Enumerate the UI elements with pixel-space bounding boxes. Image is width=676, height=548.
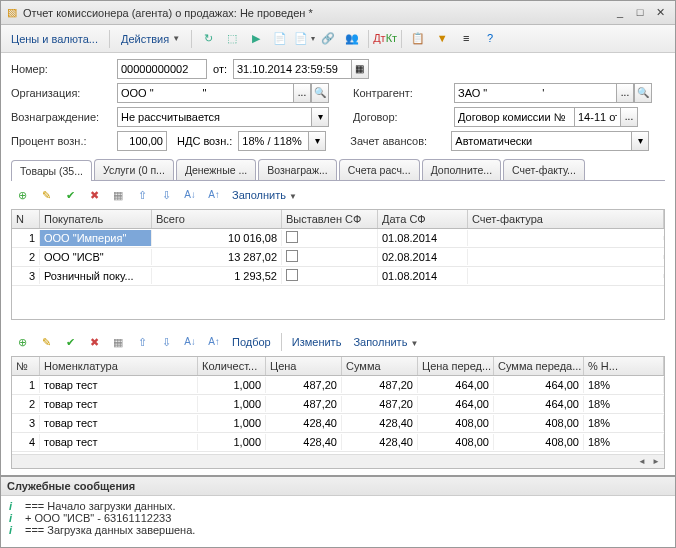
checkbox[interactable] — [286, 269, 298, 281]
org-lookup-button[interactable]: ... — [293, 83, 311, 103]
fill-menu[interactable]: Заполнить▼ — [348, 336, 423, 348]
org-input[interactable] — [117, 83, 293, 103]
save-button[interactable]: ⬚ — [221, 28, 243, 50]
table-row[interactable]: 3 Розничный поку... 1 293,52 01.08.2014 — [12, 267, 664, 286]
delete-button[interactable]: ✖ — [83, 184, 105, 206]
add-button[interactable]: ⊕ — [11, 331, 33, 353]
help-button[interactable]: ? — [479, 28, 501, 50]
tab-invoice[interactable]: Счет-факту... — [503, 159, 585, 180]
move-down-button[interactable]: ⇩ — [155, 331, 177, 353]
chevron-down-icon[interactable]: ▾ — [308, 131, 326, 151]
grid-button[interactable]: ▦ — [107, 331, 129, 353]
col-invdate[interactable]: Дата СФ — [378, 210, 468, 228]
edit-button[interactable]: ✔ — [59, 331, 81, 353]
col-buyer[interactable]: Покупатель — [40, 210, 152, 228]
cp-lookup-button[interactable]: ... — [616, 83, 634, 103]
change-link[interactable]: Изменить — [287, 336, 347, 348]
col-n[interactable]: N — [12, 210, 40, 228]
org-search-button[interactable]: 🔍 — [311, 83, 329, 103]
copy-button[interactable]: ✎ — [35, 331, 57, 353]
scroll-area[interactable]: ◄ ► — [12, 454, 664, 468]
separator — [191, 30, 192, 48]
tab-reward[interactable]: Вознаграж... — [258, 159, 336, 180]
checkbox[interactable] — [286, 231, 298, 243]
tab-accounts[interactable]: Счета расч... — [339, 159, 420, 180]
report-button[interactable]: 📋 — [407, 28, 429, 50]
table-row[interactable]: 2 ООО "ИСВ" 13 287,02 02.08.2014 — [12, 248, 664, 267]
tab-services[interactable]: Услуги (0 п... — [94, 159, 174, 180]
add-button[interactable]: ⊕ — [11, 184, 33, 206]
advance-select[interactable] — [451, 131, 631, 151]
minimize-button[interactable]: _ — [611, 5, 629, 21]
dtkt-button[interactable]: ДтКт — [374, 28, 396, 50]
refresh-button[interactable]: ↻ — [197, 28, 219, 50]
col-nom[interactable]: Номенклатура — [40, 357, 198, 375]
cell-sum: 487,20 — [342, 396, 418, 412]
checkbox[interactable] — [286, 250, 298, 262]
sort-asc-button[interactable]: A↓ — [179, 331, 201, 353]
col-tsum[interactable]: Сумма переда... — [494, 357, 584, 375]
move-down-button[interactable]: ⇩ — [155, 184, 177, 206]
cell-invoiced[interactable] — [282, 248, 378, 266]
chevron-down-icon[interactable]: ▾ — [631, 131, 649, 151]
prices-menu[interactable]: Цены и валюта... — [5, 30, 104, 48]
copy-button[interactable]: ✎ — [35, 184, 57, 206]
list-button[interactable]: ≡ — [455, 28, 477, 50]
table-row[interactable]: 1 товар тест 1,000 487,20 487,20 464,00 … — [12, 376, 664, 395]
move-up-button[interactable]: ⇧ — [131, 184, 153, 206]
table-row[interactable]: 3 товар тест 1,000 428,40 428,40 408,00 … — [12, 414, 664, 433]
col-invoiced[interactable]: Выставлен СФ — [282, 210, 378, 228]
pick-link[interactable]: Подбор — [227, 336, 276, 348]
reward-select[interactable] — [117, 107, 311, 127]
table-row[interactable]: 2 товар тест 1,000 487,20 487,20 464,00 … — [12, 395, 664, 414]
edit-button[interactable]: ✔ — [59, 184, 81, 206]
delete-button[interactable]: ✖ — [83, 331, 105, 353]
doc-new-button[interactable]: 📄 — [269, 28, 291, 50]
contract-lookup[interactable]: ... — [620, 107, 638, 127]
scroll-right-icon[interactable]: ► — [652, 457, 660, 466]
actions-menu[interactable]: Действия▼ — [115, 30, 186, 48]
filter-button[interactable]: ▼ — [431, 28, 453, 50]
calendar-icon[interactable]: ▦ — [351, 59, 369, 79]
grid-button[interactable]: ▦ — [107, 184, 129, 206]
sort-asc-button[interactable]: A↓ — [179, 184, 201, 206]
grid1-toolbar: ⊕ ✎ ✔ ✖ ▦ ⇧ ⇩ A↓ A↑ Заполнить▼ — [11, 181, 665, 209]
chevron-down-icon[interactable]: ▾ — [311, 107, 329, 127]
sort-desc-button[interactable]: A↑ — [203, 184, 225, 206]
people-button[interactable]: 👥 — [341, 28, 363, 50]
percent-input[interactable] — [117, 131, 167, 151]
maximize-button[interactable]: □ — [631, 5, 649, 21]
scroll-left-icon[interactable]: ◄ — [638, 457, 646, 466]
post-button[interactable]: ▶ — [245, 28, 267, 50]
vat-select[interactable] — [238, 131, 308, 151]
date-input[interactable] — [233, 59, 351, 79]
col-total[interactable]: Всего — [152, 210, 282, 228]
col-qty[interactable]: Количест... — [198, 357, 266, 375]
tab-goods[interactable]: Товары (35... — [11, 160, 92, 181]
col-price[interactable]: Цена — [266, 357, 342, 375]
close-window-button[interactable]: ✕ — [651, 5, 669, 21]
col-sum[interactable]: Сумма — [342, 357, 418, 375]
doc-arrow-button[interactable]: 📄▾ — [293, 28, 315, 50]
cell-qty: 1,000 — [198, 396, 266, 412]
cp-search-button[interactable]: 🔍 — [634, 83, 652, 103]
contract-extra-input[interactable] — [574, 107, 620, 127]
tab-money[interactable]: Денежные ... — [176, 159, 256, 180]
contract-input[interactable] — [454, 107, 574, 127]
move-up-button[interactable]: ⇧ — [131, 331, 153, 353]
col-invoice[interactable]: Счет-фактура — [468, 210, 664, 228]
tab-additional[interactable]: Дополните... — [422, 159, 501, 180]
cell-invoiced[interactable] — [282, 267, 378, 285]
number-input[interactable] — [117, 59, 207, 79]
table-row[interactable]: 1 ООО "Империя" 10 016,08 01.08.2014 — [12, 229, 664, 248]
cell-invoiced[interactable] — [282, 229, 378, 247]
col-n[interactable]: № — [12, 357, 40, 375]
col-vat[interactable]: % Н... — [584, 357, 664, 375]
fill-menu[interactable]: Заполнить▼ — [227, 189, 302, 201]
link-button[interactable]: 🔗 — [317, 28, 339, 50]
cell-price: 428,40 — [266, 434, 342, 450]
sort-desc-button[interactable]: A↑ — [203, 331, 225, 353]
counterparty-input[interactable] — [454, 83, 616, 103]
table-row[interactable]: 4 товар тест 1,000 428,40 428,40 408,00 … — [12, 433, 664, 452]
col-tprice[interactable]: Цена перед... — [418, 357, 494, 375]
